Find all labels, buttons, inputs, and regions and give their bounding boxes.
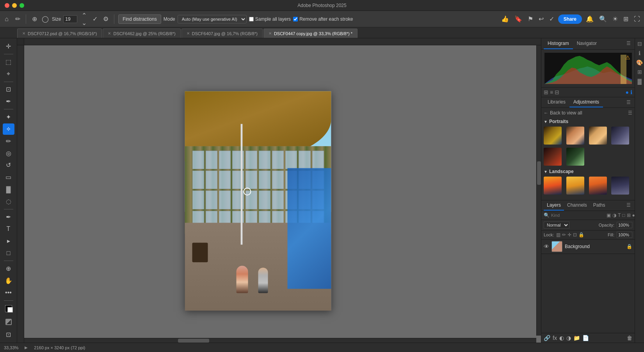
horizontal-scrollbar[interactable]: [24, 338, 536, 343]
lock-all-icon[interactable]: 🔒: [578, 232, 584, 238]
landscape-section-header[interactable]: ▼ Landscape: [544, 169, 632, 174]
panel-grid-icon[interactable]: ⊟: [555, 89, 559, 95]
share-button[interactable]: Share: [558, 14, 582, 24]
tab-layers[interactable]: Layers: [544, 200, 564, 211]
move-tool[interactable]: ✛: [3, 41, 14, 52]
brush-tool-icon[interactable]: ✏: [13, 15, 22, 23]
find-distractions-button[interactable]: Find distractions: [118, 14, 161, 24]
tab-adjustments[interactable]: Adjustments: [569, 97, 603, 107]
filter-type-icon[interactable]: T: [618, 213, 621, 218]
expand-icon[interactable]: ⛶: [632, 15, 642, 23]
tab-0[interactable]: ✕ DSCF0712.psd @ 16,7% (RGB/16*): [17, 29, 102, 38]
layer-visibility-eye[interactable]: 👁: [544, 243, 549, 250]
tab-close-3[interactable]: ✕: [269, 31, 272, 36]
layers-menu-icon[interactable]: ☰: [625, 200, 632, 211]
opacity-input[interactable]: [617, 222, 632, 228]
filter-pixel-icon[interactable]: ▣: [607, 213, 611, 218]
gradients-panel-icon[interactable]: ▓: [637, 78, 641, 84]
tab-3[interactable]: ✕ DSCF0447 copy.jpg @ 33,3% (RGB/8*) *: [263, 29, 358, 38]
content-aware-tool[interactable]: ✧: [3, 123, 14, 135]
brightness-icon[interactable]: ☀: [611, 14, 619, 23]
brush-tool[interactable]: ✏: [3, 136, 14, 147]
bell-icon[interactable]: 🔔: [584, 14, 595, 23]
blur-tool[interactable]: ◌: [3, 196, 14, 207]
swatches-panel-icon[interactable]: ⊞: [637, 69, 642, 75]
clone-stamp[interactable]: ◎: [3, 148, 14, 159]
portrait-thumb-5[interactable]: [544, 148, 562, 166]
tab-libraries[interactable]: Libraries: [544, 97, 569, 107]
vertical-scrollbar[interactable]: [536, 45, 541, 336]
tab-2[interactable]: ✕ DSCF6407.jpg @ 16,7% (RGB/8*): [181, 29, 263, 38]
histogram-menu-icon[interactable]: ☰: [625, 38, 632, 49]
tab-1[interactable]: ✕ DSCF6462.jpg @ 25% (RGB/8*): [103, 29, 180, 38]
adjustments-menu-icon[interactable]: ☰: [625, 97, 632, 107]
size-input[interactable]: [63, 15, 77, 23]
filter-adj-icon[interactable]: ◑: [612, 213, 616, 218]
confirm-icon[interactable]: ✓: [548, 14, 556, 23]
thumbs-up-icon[interactable]: 👍: [500, 14, 511, 23]
canvas-area[interactable]: [17, 38, 541, 343]
color-panel-icon[interactable]: 🎨: [636, 59, 643, 66]
landscape-thumb-4[interactable]: [611, 177, 629, 195]
horizontal-scrollbar-thumb[interactable]: [178, 339, 209, 343]
filter-shape-icon[interactable]: □: [622, 213, 625, 218]
crop-tool[interactable]: ⊡: [3, 84, 14, 95]
undo-icon[interactable]: ↩: [537, 14, 545, 23]
checkmark-icon[interactable]: ✓: [91, 15, 99, 23]
search-icon[interactable]: 🔍: [598, 14, 608, 23]
tab-close-2[interactable]: ✕: [187, 31, 190, 36]
tab-close-0[interactable]: ✕: [22, 31, 25, 36]
remove-after-stroke-checkbox[interactable]: Remove after each stroke: [293, 16, 353, 22]
circle-icon[interactable]: ◯: [41, 15, 50, 23]
gradient-tool[interactable]: ▓: [3, 184, 14, 195]
new-layer-icon[interactable]: 📄: [582, 335, 589, 341]
tab-paths[interactable]: Paths: [590, 200, 608, 211]
portrait-thumb-3[interactable]: [589, 127, 607, 145]
filter-smart-icon[interactable]: ⊞: [627, 213, 631, 218]
chevron-up-down-icon[interactable]: ⌃⌄: [80, 15, 88, 23]
tab-histogram[interactable]: Histogram: [544, 38, 573, 49]
hand-tool[interactable]: ✋: [3, 275, 14, 286]
back-to-view-all-link[interactable]: ← Back to view all ☰: [544, 110, 632, 116]
mode-select[interactable]: Auto (May use generative AI) Fixed Manua…: [178, 15, 247, 23]
path-selection[interactable]: ▸: [3, 236, 14, 247]
lasso-tool[interactable]: ⌖: [3, 68, 14, 80]
panel-toggle-icon[interactable]: ≡: [550, 89, 553, 95]
lock-artboard-icon[interactable]: ⊡: [573, 232, 577, 238]
layout-icon[interactable]: ⊞: [622, 14, 630, 23]
landscape-thumb-1[interactable]: [544, 177, 562, 195]
info-panel-icon[interactable]: ℹ: [639, 50, 640, 56]
panel-info-icon[interactable]: ℹ: [630, 89, 632, 95]
stamp-icon[interactable]: 🔖: [513, 14, 524, 23]
portrait-thumb-4[interactable]: [611, 127, 629, 145]
maximize-button[interactable]: [20, 3, 24, 8]
home-icon[interactable]: ⌂: [2, 15, 11, 23]
add-icon[interactable]: ⊕: [30, 15, 39, 23]
screen-mode[interactable]: ⊡: [3, 329, 14, 340]
foreground-background-colors[interactable]: [3, 303, 14, 314]
portrait-thumb-1[interactable]: [544, 127, 562, 145]
close-button[interactable]: [5, 3, 9, 8]
eyedropper-tool[interactable]: ✒: [3, 96, 14, 107]
healing-brush[interactable]: ✦: [3, 111, 14, 123]
background-layer-item[interactable]: 👁 Background 🔒: [541, 239, 635, 254]
pen-tool[interactable]: ✒: [3, 211, 14, 223]
delete-layer-icon[interactable]: 🗑: [627, 335, 632, 341]
zoom-tool[interactable]: ⊕: [3, 263, 14, 274]
tab-channels[interactable]: Channels: [564, 200, 590, 211]
landscape-thumb-2[interactable]: [566, 177, 584, 195]
lock-position-icon[interactable]: ✛: [568, 232, 571, 238]
panel-circle-icon[interactable]: ●: [626, 89, 629, 95]
fill-input[interactable]: [617, 232, 632, 238]
type-tool[interactable]: T: [3, 223, 14, 235]
minimize-button[interactable]: [12, 3, 17, 8]
vertical-scrollbar-thumb[interactable]: [537, 161, 541, 185]
shape-tool[interactable]: □: [3, 247, 14, 259]
selection-tool[interactable]: ⬚: [3, 56, 14, 68]
lock-transparent-icon[interactable]: ▥: [556, 232, 560, 238]
layers-search-input[interactable]: [551, 213, 605, 218]
landscape-thumb-3[interactable]: [589, 177, 607, 195]
add-mask-icon[interactable]: ◐: [559, 335, 564, 341]
sample-all-layers-checkbox[interactable]: Sample all layers: [249, 16, 291, 22]
link-layers-icon[interactable]: 🔗: [544, 335, 550, 341]
